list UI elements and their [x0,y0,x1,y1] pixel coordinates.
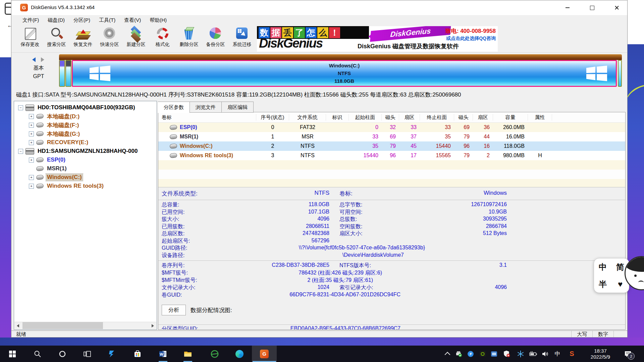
col-end-sector[interactable]: 扇区 [473,114,493,121]
menu-item[interactable]: 分区(P) [69,16,95,24]
partition-block-esp[interactable] [59,60,65,87]
file-explorer-button[interactable] [175,346,200,362]
expand-toggle-icon[interactable]: + [29,140,34,145]
tree-item[interactable]: + 本地磁盘(G:) [14,129,157,138]
tray-ime-indicator[interactable]: 中 [552,346,563,362]
col-end-cylinder[interactable]: 终止柱面 [420,114,454,121]
tree-item[interactable]: + Windows(C:) [14,173,157,182]
scroll-right-icon[interactable] [41,57,44,62]
minimize-button[interactable] [559,0,575,15]
cortana-button[interactable] [50,346,75,362]
scrollbar-right-icon[interactable] [149,322,156,329]
table-row[interactable]: Windows(C:) 2 NTFS 35 79 45 15440 96 16 … [158,141,625,151]
tray-expand-button[interactable] [442,346,453,362]
tray-defender[interactable] [501,346,513,362]
detail-label: 总簇数: [339,216,357,223]
tray-battery[interactable] [528,346,539,362]
menu-item[interactable]: 帮助(H) [145,16,171,24]
tray-intel-graphics[interactable] [488,346,500,362]
menu-item[interactable]: 工具(T) [95,16,120,24]
col-attributes[interactable]: 属性 [528,114,552,121]
ime-mode-tile[interactable]: 中 [599,262,607,273]
expand-toggle-icon[interactable]: + [29,175,34,180]
partition-block-windows-c[interactable]: Windows(C:) NTFS 118.0GB [72,60,617,87]
toolbar-button[interactable]: 格式化 [149,25,176,52]
expand-toggle-icon[interactable]: + [29,114,34,119]
ime-mode-tile[interactable]: 简 [616,262,624,273]
toolbar-button[interactable]: 删除分区 [176,25,202,52]
partition-block-winre[interactable] [618,60,622,87]
tree-item[interactable]: MSR(1) [14,164,157,173]
toolbar-button[interactable]: 快速分区 [96,25,123,52]
expand-toggle-icon[interactable]: + [29,131,34,136]
toolbar-button[interactable]: 新建分区 [123,25,149,52]
col-start-cylinder[interactable]: 起始柱面 [349,114,382,121]
tray-clock[interactable]: 18:37 2022/5/9 [584,346,616,362]
ime-floating-widget[interactable]: 中简半♥ [594,258,629,293]
col-flag[interactable]: 标识 [326,114,349,121]
tray-printer[interactable] [453,346,465,362]
tab[interactable]: 浏览文件 [190,102,222,113]
expand-toggle-icon[interactable]: + [29,123,34,128]
edge-button[interactable] [227,346,252,362]
toolbar-button[interactable]: 备份分区 [202,25,229,52]
tree-item[interactable]: + 本地磁盘(F:) [14,121,157,129]
toolbar-button[interactable]: 恢复文件 [70,25,96,52]
toolbar-button[interactable]: 系统迁移 [229,25,255,52]
menu-item[interactable]: 文件(F) [18,16,43,24]
scroll-left-icon[interactable] [32,57,36,62]
col-index-status[interactable]: 序号(状态) [256,114,289,121]
expand-toggle-icon[interactable]: + [29,184,34,189]
table-row[interactable]: ESP(0) 0 FAT32 0 32 33 33 69 36 260.0MB [158,123,625,132]
expand-toggle-icon[interactable]: − [18,149,23,154]
scrollbar-thumb[interactable] [22,322,103,329]
banner-qq-link[interactable]: 或点击此处选择QQ咨询 [445,36,496,42]
tree-item[interactable]: + ESP(0) [14,156,157,164]
col-start-sector[interactable]: 扇区 [399,114,420,121]
tray-bird-app[interactable] [465,346,476,362]
tree-item[interactable]: − HD1:SAMSUNGMZNLN128HAHQ-000 [14,147,157,156]
ime-mode-tile[interactable]: ♥ [618,280,623,289]
tray-volume[interactable] [540,346,551,362]
table-row[interactable]: Windows RE tools(3) 3 NTFS 15440 96 17 1… [158,151,625,160]
table-row[interactable]: MSR(1) 1 MSR 33 69 37 35 79 44 16.0MB [158,132,625,141]
tree-item[interactable]: + Windows RE tools(3) [14,182,157,190]
partition-block-msr[interactable] [65,60,71,87]
browser-360-button[interactable] [202,346,227,362]
advertisement-banner[interactable]: 数据丢了怎么！ DiskGenius DiskGenius 致电: 400-00… [257,26,498,52]
expand-toggle-icon[interactable]: + [29,158,34,163]
tab[interactable]: 扇区编辑 [222,102,254,113]
tray-nvidia[interactable] [477,346,488,362]
pinned-app-lightning[interactable] [100,346,124,362]
expand-toggle-icon[interactable]: − [18,105,23,110]
tray-sogou[interactable]: S [566,346,578,362]
notification-center-button[interactable]: 2 [621,346,635,362]
tray-snowflake-app[interactable] [515,346,526,362]
word-button[interactable]: W [151,346,175,362]
col-volume-label[interactable]: 卷标 [158,114,256,121]
task-view-button[interactable] [75,346,100,362]
toolbar-button[interactable]: 搜索分区 [43,25,70,52]
col-start-head[interactable]: 磁头 [382,114,399,121]
taskbar-search-button[interactable] [25,346,50,362]
diskgenius-taskbar-button[interactable]: G [252,346,277,362]
toolbar-button[interactable]: 保存更改 [17,25,43,52]
horizontal-scrollbar[interactable] [14,322,156,329]
col-capacity[interactable]: 容量 [493,114,528,121]
col-end-head[interactable]: 磁头 [454,114,473,121]
menu-item[interactable]: 查看(V) [120,16,145,24]
menu-item[interactable]: 磁盘(D) [43,16,69,24]
col-filesystem[interactable]: 文件系统 [289,114,326,121]
table-header: 卷标 序号(状态) 文件系统 标识 起始柱面 磁头 扇区 终止柱面 磁头 扇区 … [158,112,625,123]
close-button[interactable] [609,0,625,15]
tab[interactable]: 分区参数 [158,102,190,113]
tree-item[interactable]: + 本地磁盘(D:) [14,112,157,121]
tree-item[interactable]: + RECOVERY(E:) [14,138,157,147]
tree-item[interactable]: − HD0:TOSHIBAMQ04ABF100(932GB) [14,103,157,112]
start-button[interactable] [0,346,25,362]
scrollbar-left-icon[interactable] [14,322,21,329]
maximize-button[interactable] [584,0,600,15]
microsoft-store-button[interactable] [125,346,150,362]
ime-mode-tile[interactable]: 半 [599,279,607,290]
analyze-button[interactable]: 分析 [162,305,186,315]
